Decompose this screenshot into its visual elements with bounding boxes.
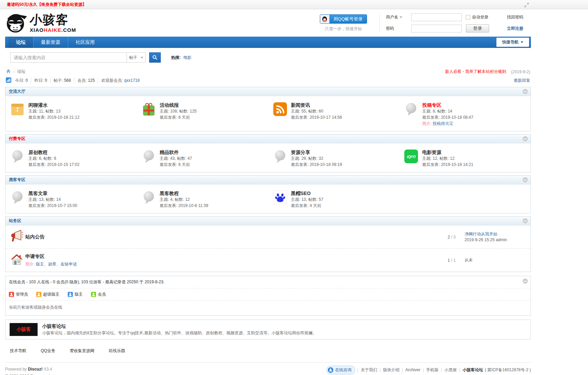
group-admin[interactable]: 管理员 (9, 292, 28, 297)
auto-login-checkbox[interactable] (466, 15, 470, 20)
breadcrumb-current[interactable]: 论坛 (17, 69, 25, 75)
auto-login-option[interactable]: 自动登录 (466, 14, 503, 20)
forum-intro-link[interactable]: 投稿得元宝 (433, 121, 453, 126)
search-type-select[interactable]: 帖子 (127, 52, 146, 63)
latest-reply-link[interactable]: 最新回复 (514, 78, 530, 83)
section-site-affairs: 站务区 站内公告 23 净网行动从我开始 2019-9-26 15:25 adm… (5, 216, 531, 272)
board-row-applications[interactable]: 申请专区 简介: 版主、勋章、友链申请 11 从未 (5, 248, 531, 272)
online-consult-button[interactable]: 在线咨询 (327, 366, 355, 374)
nav-item-forum[interactable]: 论坛 (9, 37, 33, 48)
footer-site-link[interactable]: 小骇客论坛 (462, 366, 483, 374)
forum-item[interactable]: 精品软件 主题: 43, 帖数: 47 最后发表: 6 天前 (137, 146, 268, 168)
friend-links: 技术导航 QQ业务 爱收集资源网 前线乐园 (5, 342, 531, 358)
svg-text:iQIYI: iQIYI (407, 155, 416, 159)
home-icon[interactable] (6, 69, 11, 75)
login-button[interactable]: 登录 (466, 24, 489, 33)
section-title[interactable]: 站务区 (9, 218, 21, 223)
group-moderator[interactable]: 版主 (68, 292, 83, 297)
collapse-section-button[interactable] (523, 136, 528, 141)
forum-item[interactable]: 新闻资讯 主题: 55, 帖数: 60 最后发表: 2019-10-17 14:… (268, 99, 400, 127)
forum-stats: 主题: 55, 帖数: 60 (291, 108, 342, 114)
forum-title[interactable]: 闲聊灌水 (28, 102, 48, 108)
footer-link-blackhouse[interactable]: 小黑屋 (444, 366, 457, 374)
forum-item[interactable]: 活动线报 主题: 108, 帖数: 125 最后发表: 6 天前 (137, 99, 268, 127)
forum-item[interactable]: 资源分享 主题: 29, 帖数: 32 最后发表: 2019-10-18 09:… (268, 146, 400, 168)
find-password-link[interactable]: 找回密码 (507, 14, 531, 20)
forum-item[interactable]: 黑客教程 主题: 4, 帖数: 12 最后发表: 2019-10-6 11:39 (137, 188, 268, 209)
quick-nav-button[interactable]: 快捷导航 (496, 38, 529, 47)
footer-link-boards[interactable]: 版块介绍 (383, 366, 400, 374)
group-member[interactable]: 会员 (91, 292, 106, 297)
forum-title[interactable]: 原创教程 (28, 150, 48, 155)
forum-item[interactable]: 黑帽SEO 主题: 13, 帖数: 57 最后发表: 4 天前 (268, 188, 400, 209)
password-input[interactable] (411, 25, 462, 33)
forum-item[interactable]: 投稿专区 主题: 8, 帖数: 14 最后发表: 2019-10-18 08:4… (399, 99, 531, 127)
invite-code-link[interactable]: 邀请码50元/永久【终身免费下载全站资源】 (7, 2, 87, 7)
stat-posts: 帖子: 568 (51, 78, 75, 83)
collapse-section-button[interactable] (523, 218, 528, 223)
footer-link-mobile[interactable]: 手机版 (426, 366, 439, 374)
forum-title[interactable]: 资源分享 (291, 150, 310, 155)
discuz-link[interactable]: Discuz! (28, 367, 43, 372)
forum-title[interactable]: 精品软件 (160, 150, 179, 155)
icp-number: ( 冀ICP备16012878号-2 ) (485, 366, 531, 374)
newest-member-link[interactable]: qxx1718 (124, 78, 140, 83)
friend-link[interactable]: QQ业务 (41, 348, 55, 354)
forum-title[interactable]: 黑客教程 (160, 191, 179, 196)
forum-title[interactable]: 投稿专区 (422, 102, 441, 108)
board-intro-link[interactable]: 版主、勋章、友链申请 (36, 262, 77, 267)
friend-link[interactable]: 爱收集资源网 (70, 348, 94, 354)
collapse-notice-icon[interactable] (524, 2, 529, 11)
forum-item[interactable]: 黑客文章 主题: 13, 帖数: 14 最后发表: 2019-10-7 15:0… (5, 188, 137, 209)
forum-title[interactable]: 电影资源 (422, 150, 441, 155)
section-title[interactable]: 黑客专区 (9, 177, 25, 182)
forum-title[interactable]: 黑客文章 (28, 191, 48, 196)
forum-stats: 主题: 13, 帖数: 57 (291, 197, 324, 203)
speech-bubble-icon (10, 150, 25, 164)
bar-chart-icon (6, 77, 11, 84)
forum-item[interactable]: 闲聊灌水 主题: 11, 帖数: 13 最后发表: 2019-10-16 21:… (5, 99, 137, 127)
house-icon (10, 253, 25, 268)
footer-link-about[interactable]: 关于我们 (361, 366, 377, 374)
username-input[interactable] (411, 13, 462, 21)
forum-banner[interactable]: 小骇客 (10, 323, 38, 336)
group-super-moderator[interactable]: 超级版主 (36, 292, 60, 297)
admin-badge-icon (9, 292, 14, 297)
collapse-section-button[interactable] (523, 279, 528, 284)
site-logo[interactable]: 小骇客 XIAOHAIKE.COM (5, 12, 76, 34)
forum-item[interactable]: 原创教程 主题: 6, 帖数: 6 最后发表: 2019-10-15 17:02 (5, 146, 137, 168)
search-button[interactable] (149, 52, 161, 63)
footer-link-archiver[interactable]: Archiver (405, 366, 420, 374)
copyright: © 2001-2017 Comsenz Inc. (5, 373, 55, 375)
section-title[interactable]: 付费专区 (9, 136, 25, 141)
board-row-announcements[interactable]: 站内公告 23 净网行动从我开始 2019-9-26 15:25 admin (5, 225, 531, 248)
register-link[interactable]: 立即注册 (507, 26, 531, 31)
qq-login-button[interactable]: 用QQ帐号登录 (320, 14, 367, 24)
forum-stats: 主题: 8, 帖数: 14 (422, 108, 473, 114)
collapse-section-button[interactable] (523, 177, 528, 182)
nav-item-community-apps[interactable]: 社区应用 (68, 37, 102, 48)
section-lounge: 交流大厅 闲聊灌水 主题: 11, 帖数: 13 最后发表: 2019-10-1… (5, 87, 531, 131)
board-title[interactable]: 申请专区 (25, 254, 44, 259)
board-lastpost-title[interactable]: 净网行动从我开始 (465, 232, 497, 236)
monkey-logo-icon (5, 12, 27, 34)
collapse-section-button[interactable] (523, 89, 528, 94)
forum-lastpost: 最后发表: 4 天前 (291, 203, 324, 209)
board-title[interactable]: 站内公告 (25, 234, 44, 240)
section-title[interactable]: 交流大厅 (9, 89, 25, 94)
forum-item[interactable]: iQIYI 电影资源 主题: 12, 帖数: 12 最后发表: 2019-10-… (399, 146, 531, 168)
username-label[interactable]: 用户名 (386, 14, 407, 20)
hot-search-link[interactable]: 电影 (183, 55, 192, 60)
friend-link[interactable]: 前线乐园 (109, 348, 125, 354)
consult-icon (328, 367, 334, 373)
forum-title[interactable]: 活动线报 (160, 102, 179, 108)
forum-stats: 主题: 6, 帖数: 6 (28, 156, 79, 161)
forum-stats: 主题: 108, 帖数: 125 (160, 108, 197, 114)
search-input[interactable] (10, 52, 127, 63)
board-lastpost-meta: 2019-9-26 15:25 admin (465, 237, 507, 242)
forum-title[interactable]: 新闻资讯 (291, 102, 310, 108)
nav-item-latest-resources[interactable]: 最新资源 (33, 37, 68, 48)
forum-title[interactable]: 黑帽SEO (291, 191, 311, 196)
newbie-notice-link[interactable]: 新人必看 - 简单了解本站积分规则 (445, 69, 506, 75)
friend-link[interactable]: 技术导航 (10, 348, 26, 354)
